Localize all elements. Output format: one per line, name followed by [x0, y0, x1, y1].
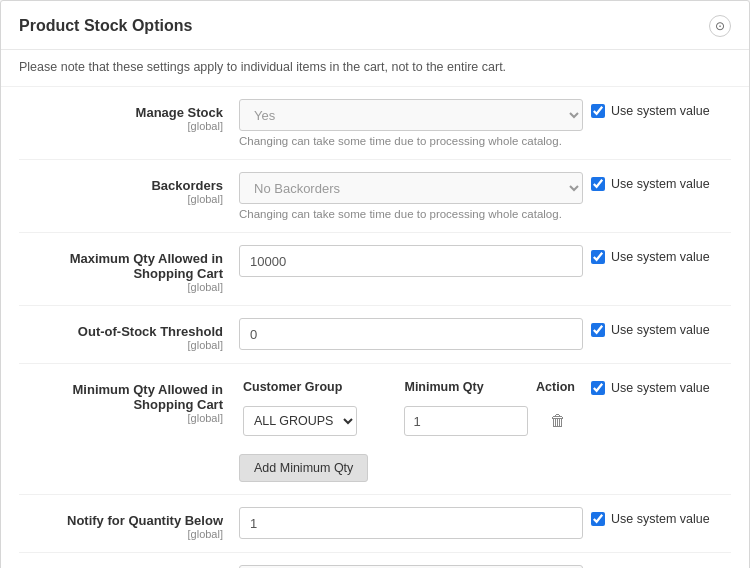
delete-row-button[interactable]: 🗑: [544, 410, 572, 432]
backorders-row: Backorders [global] No Backorders Changi…: [19, 160, 731, 233]
customer-group-cell: ALL GROUPS: [239, 402, 400, 440]
out-of-stock-input[interactable]: [239, 318, 583, 350]
out-of-stock-control: [239, 318, 591, 350]
backorders-system-value: Use system value: [591, 172, 731, 191]
product-stock-options-panel: Product Stock Options ⊙ Please note that…: [0, 0, 750, 568]
backorders-checkbox[interactable]: [591, 177, 605, 191]
notify-qty-row: Notify for Quantity Below [global] Use s…: [19, 495, 731, 553]
minimum-qty-cell: [400, 402, 532, 440]
table-row: ALL GROUPS 🗑: [239, 402, 583, 440]
max-qty-row: Maximum Qty Allowed in Shopping Cart [gl…: [19, 233, 731, 306]
min-qty-table: Customer Group Minimum Qty Action ALL GR…: [239, 376, 583, 440]
add-minimum-qty-button[interactable]: Add Minimum Qty: [239, 454, 368, 482]
backorders-label: Backorders [global]: [19, 172, 239, 205]
out-of-stock-checkbox[interactable]: [591, 323, 605, 337]
manage-stock-label: Manage Stock [global]: [19, 99, 239, 132]
out-of-stock-row: Out-of-Stock Threshold [global] Use syst…: [19, 306, 731, 364]
max-qty-control: [239, 245, 591, 277]
panel-header: Product Stock Options ⊙: [1, 1, 749, 50]
backorders-control: No Backorders Changing can take some tim…: [239, 172, 591, 220]
manage-stock-row: Manage Stock [global] Yes Changing can t…: [19, 87, 731, 160]
action-cell: 🗑: [532, 402, 583, 440]
backorders-select[interactable]: No Backorders: [239, 172, 583, 204]
notify-qty-label: Notify for Quantity Below [global]: [19, 507, 239, 540]
notify-qty-input[interactable]: [239, 507, 583, 539]
col-header-action: Action: [532, 376, 583, 402]
out-of-stock-label: Out-of-Stock Threshold [global]: [19, 318, 239, 351]
manage-stock-note: Changing can take some time due to proce…: [239, 135, 583, 147]
manage-stock-checkbox[interactable]: [591, 104, 605, 118]
min-qty-checkbox[interactable]: [591, 381, 605, 395]
min-qty-system-value: Use system value: [591, 376, 731, 395]
notify-qty-control: [239, 507, 591, 539]
max-qty-label: Maximum Qty Allowed in Shopping Cart [gl…: [19, 245, 239, 293]
panel-note: Please note that these settings apply to…: [1, 50, 749, 87]
manage-stock-system-value: Use system value: [591, 99, 731, 118]
enable-qty-increments-row: Enable Qty Increments [global] No Use sy…: [19, 553, 731, 568]
notify-qty-system-value: Use system value: [591, 507, 731, 526]
form-body: Manage Stock [global] Yes Changing can t…: [1, 87, 749, 568]
manage-stock-select[interactable]: Yes: [239, 99, 583, 131]
max-qty-checkbox[interactable]: [591, 250, 605, 264]
min-qty-label: Minimum Qty Allowed in Shopping Cart [gl…: [19, 376, 239, 424]
min-qty-row: Minimum Qty Allowed in Shopping Cart [gl…: [19, 364, 731, 495]
collapse-button[interactable]: ⊙: [709, 15, 731, 37]
panel-title: Product Stock Options: [19, 17, 192, 35]
out-of-stock-system-value: Use system value: [591, 318, 731, 337]
customer-group-select[interactable]: ALL GROUPS: [243, 406, 357, 436]
max-qty-input[interactable]: [239, 245, 583, 277]
min-qty-control: Customer Group Minimum Qty Action ALL GR…: [239, 376, 591, 482]
col-header-customer-group: Customer Group: [239, 376, 400, 402]
notify-qty-checkbox[interactable]: [591, 512, 605, 526]
backorders-note: Changing can take some time due to proce…: [239, 208, 583, 220]
manage-stock-control: Yes Changing can take some time due to p…: [239, 99, 591, 147]
minimum-qty-input[interactable]: [404, 406, 528, 436]
col-header-minimum-qty: Minimum Qty: [400, 376, 532, 402]
max-qty-system-value: Use system value: [591, 245, 731, 264]
